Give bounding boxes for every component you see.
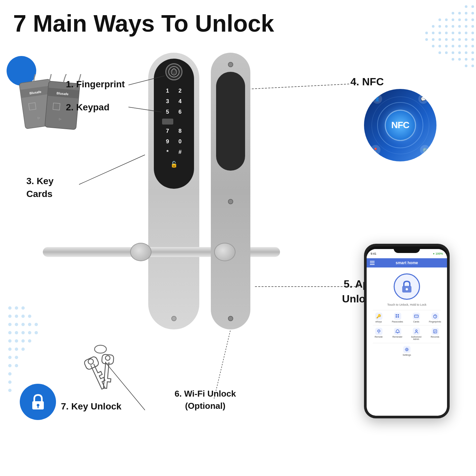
svg-point-31 [452,38,454,41]
phone-menu-fingerprints: Fingerprints [426,313,444,323]
svg-point-116 [406,349,407,350]
svg-point-103 [406,288,408,291]
svg-point-50 [465,58,467,61]
svg-point-42 [438,51,441,54]
records-label: Records [431,336,439,338]
svg-point-75 [8,348,12,351]
svg-point-62 [15,323,18,326]
remote-label: Remote [375,336,383,338]
svg-line-120 [250,84,349,89]
svg-text:▷: ▷ [59,117,62,121]
svg-point-4 [465,12,467,14]
ekeys-icon: 🔑 [375,313,382,320]
svg-point-23 [452,32,454,34]
svg-point-48 [452,58,454,61]
svg-point-64 [28,323,31,326]
svg-point-55 [15,306,18,310]
svg-point-56 [21,306,25,310]
svg-point-84 [8,389,12,392]
label-nfc: 4. NFC [350,76,384,88]
svg-point-32 [458,38,461,41]
ekeys-label: eKeys [376,321,382,323]
svg-point-72 [15,339,18,343]
svg-point-35 [432,45,434,47]
svg-point-3 [458,12,461,14]
phone-lock-circle [394,273,420,300]
phone-menu-admin: AuthorizedAdmin [407,328,425,340]
svg-point-110 [378,332,379,333]
phone-notch [394,246,420,253]
reminder-icon [394,328,401,335]
phone-menu-cards: Cards [407,313,425,323]
phone-separator-1 [373,310,440,310]
svg-point-73 [21,339,25,343]
phone-menu-grid-2: Remote Reminder [369,326,444,342]
records-icon [432,328,439,335]
svg-point-69 [28,331,31,334]
svg-point-93 [169,67,179,77]
svg-point-70 [35,331,38,334]
svg-point-37 [445,45,448,47]
phone-menu-grid-1: 🔑 eKeys Passcodes [369,311,444,324]
svg-point-1 [471,5,474,8]
svg-point-44 [452,51,454,54]
svg-point-20 [432,32,434,34]
admin-icon [413,328,420,335]
phone-screen: 9:41 ● 100% smart home Touch t [367,249,447,416]
svg-point-76 [15,348,18,351]
svg-line-119 [79,155,145,184]
main-title: 7 Main Ways To Unlock [13,10,274,37]
svg-point-82 [8,372,12,376]
svg-point-97 [105,355,110,360]
phone-app-title: smart home [396,261,418,265]
label-fingerprint: 1. Fingerprint [66,79,125,90]
svg-point-28 [432,38,434,41]
svg-point-11 [471,18,474,21]
remote-svg-icon [377,329,381,334]
passcode-grid-icon [395,314,400,319]
svg-point-18 [471,25,474,28]
phone-separator-2 [373,325,440,325]
cards-label: Cards [413,321,419,323]
svg-point-33 [465,38,467,41]
svg-rect-107 [398,316,399,318]
svg-point-63 [21,323,25,326]
phone-menu-reminder: Reminder [389,328,406,340]
svg-point-45 [458,51,461,54]
svg-point-5 [471,12,474,14]
svg-point-12 [432,25,434,28]
svg-point-52 [465,65,467,67]
svg-point-77 [21,348,25,351]
svg-point-46 [465,51,467,54]
reminder-label: Reminder [392,336,402,338]
nfc-image: NFC 👤 💬 📍 ⚙️ [364,89,436,161]
label-keypad: 2. Keypad [66,102,109,113]
svg-point-65 [35,323,38,326]
svg-point-27 [425,38,428,41]
passcodes-label: Passcodes [392,321,403,323]
svg-point-38 [452,45,454,47]
svg-point-43 [445,51,448,54]
fingerprints-label: Fingerprints [429,321,441,323]
svg-point-10 [465,18,467,21]
svg-point-7 [445,18,448,21]
svg-point-57 [8,315,12,318]
svg-point-39 [458,45,461,47]
svg-point-54 [8,306,12,310]
svg-point-2 [452,12,454,14]
person-icon [414,329,419,334]
phone-nav-bar: smart home [367,258,447,267]
label-keycards: 3. KeyCards [26,175,54,200]
fingerprints-icon [432,313,439,320]
svg-rect-106 [396,316,397,318]
svg-point-6 [438,18,441,21]
svg-point-66 [8,331,12,334]
settings-label: Settings [403,354,411,356]
svg-point-59 [21,315,25,318]
svg-point-30 [445,38,448,41]
svg-point-100 [37,404,39,406]
svg-point-67 [15,331,18,334]
svg-point-24 [458,32,461,34]
svg-point-0 [465,5,467,8]
cards-icon [413,313,420,320]
